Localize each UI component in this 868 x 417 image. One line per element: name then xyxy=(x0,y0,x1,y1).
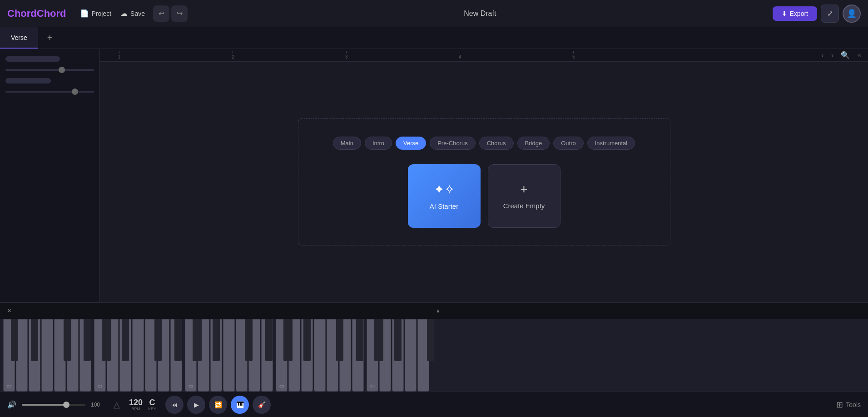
section-chorus[interactable]: Chorus xyxy=(479,137,514,150)
piano-section: × ∨ .octave-container { position: relati… xyxy=(0,302,868,392)
key-fs3[interactable] xyxy=(336,319,343,361)
slider-row-2[interactable] xyxy=(5,91,94,93)
key-cs3[interactable] xyxy=(283,319,291,361)
play-button[interactable]: ▶ xyxy=(187,396,205,414)
skip-back-button[interactable]: ⏮ xyxy=(165,396,184,414)
key-cs2[interactable] xyxy=(193,319,200,361)
zoom-out-button[interactable]: ⊖ xyxy=(854,51,864,59)
section-bridge[interactable]: Bridge xyxy=(517,137,550,150)
transport-buttons: ⏮ ▶ 🔁 🎹 🎸 xyxy=(165,396,271,414)
sparkle-icon: ✦✧ xyxy=(434,182,455,197)
export-icon: ⬇ xyxy=(782,10,787,17)
section-main[interactable]: Main xyxy=(333,137,361,150)
center-area: 1 2 3 4 5 ‹ › 🔍 ⊖ xyxy=(100,49,868,302)
ai-starter-card[interactable]: ✦✧ AI Starter xyxy=(408,164,481,228)
ruler-mark-1: 1 xyxy=(118,51,121,59)
avatar[interactable]: 👤 xyxy=(843,5,861,23)
ruler: 1 2 3 4 5 ‹ › 🔍 ⊖ xyxy=(100,49,868,62)
key-f1[interactable] xyxy=(132,319,144,392)
piano-toolbar: × ∨ xyxy=(0,303,868,319)
key-gs0[interactable] xyxy=(84,319,91,361)
section-prechorus[interactable]: Pre-Chorus xyxy=(430,137,475,150)
track-row-1 xyxy=(5,56,94,62)
ruler-mark-5: 5 xyxy=(572,51,575,59)
section-verse[interactable]: Verse xyxy=(396,137,426,150)
key-value: C xyxy=(149,398,155,407)
key-fs2[interactable] xyxy=(245,319,253,361)
key-f3[interactable] xyxy=(314,319,326,392)
project-icon: 📄 xyxy=(80,9,89,18)
volume-value: 100 xyxy=(91,402,104,408)
tools-button[interactable]: ⊞ Tools xyxy=(836,400,861,410)
volume-thumb[interactable] xyxy=(63,402,69,408)
ruler-mark-4: 4 xyxy=(459,51,461,59)
close-piano-button[interactable]: × xyxy=(7,307,11,315)
piano-keys: .octave-container { position: relative; … xyxy=(0,319,868,392)
section-instrumental[interactable]: Instrumental xyxy=(587,137,635,150)
track-content: Main Intro Verse Pre-Chorus Chorus xyxy=(100,62,868,302)
octave-c4: C4 xyxy=(366,319,430,392)
key-ds3[interactable] xyxy=(303,319,311,361)
track-label-2 xyxy=(5,78,51,83)
key-cs0[interactable] xyxy=(11,319,18,361)
zoom-in-button[interactable]: 🔍 xyxy=(838,50,853,60)
share-icon: ⤢ xyxy=(827,9,833,18)
key-gs1[interactable] xyxy=(174,319,182,361)
tab-verse[interactable]: Verse xyxy=(0,27,38,49)
volume-fill xyxy=(22,404,66,406)
redo-button[interactable]: ↪ xyxy=(171,5,188,22)
create-empty-card[interactable]: + Create Empty xyxy=(488,164,560,228)
slider-thumb-2[interactable] xyxy=(72,88,78,95)
key-gs3[interactable] xyxy=(356,319,363,361)
tools-label: Tools xyxy=(846,401,861,408)
piano-collapse-button[interactable]: ∨ xyxy=(436,308,440,314)
section-labels: Main Intro Verse Pre-Chorus Chorus xyxy=(333,137,635,150)
export-button[interactable]: ⬇ Export xyxy=(773,6,817,21)
left-panel xyxy=(0,49,100,302)
share-button[interactable]: ⤢ xyxy=(821,5,839,23)
save-icon: ☁ xyxy=(120,9,128,18)
volume-icon: 🔊 xyxy=(7,400,16,409)
action-cards: ✦✧ AI Starter + Create Empty xyxy=(408,164,560,228)
save-button[interactable]: ☁ Save xyxy=(116,6,149,20)
key-ds4[interactable] xyxy=(394,319,402,361)
key-f0[interactable] xyxy=(41,319,53,392)
slider-track-2[interactable] xyxy=(5,91,94,93)
bottom-bar: 🔊 100 △ 120 BPM C Key ⏮ ▶ 🔁 🎹 🎸 ⊞ Tools xyxy=(0,392,868,417)
octave-c1: C1 xyxy=(94,319,183,392)
ruler-mark-3: 3 xyxy=(345,51,348,59)
undo-button[interactable]: ↩ xyxy=(153,5,169,22)
tab-add[interactable]: + xyxy=(38,27,62,49)
instrument-button[interactable]: 🎹 xyxy=(231,396,249,414)
slider-thumb-1[interactable] xyxy=(59,67,65,73)
topbar: ChordChord 📄 Project ☁ Save ↩ ↪ New Draf… xyxy=(0,0,868,27)
slider-row-1[interactable] xyxy=(5,69,94,71)
scroll-right-button[interactable]: › xyxy=(828,50,836,60)
key-f2[interactable] xyxy=(223,319,235,392)
key-cs4[interactable] xyxy=(374,319,382,361)
section-outro[interactable]: Outro xyxy=(553,137,584,150)
key-ds1[interactable] xyxy=(122,319,129,361)
key-ds2[interactable] xyxy=(213,319,220,361)
project-button[interactable]: 📄 Project xyxy=(75,6,116,20)
key-fs0[interactable] xyxy=(64,319,71,361)
key-f4[interactable] xyxy=(405,319,417,392)
tools-grid-icon: ⊞ xyxy=(836,400,843,410)
draft-title: New Draft xyxy=(188,10,773,18)
section-intro[interactable]: Intro xyxy=(365,137,392,150)
edit-button[interactable]: 🎸 xyxy=(253,396,271,414)
loop-button[interactable]: 🔁 xyxy=(209,396,227,414)
app-logo: ChordChord xyxy=(7,8,66,20)
key-ds0[interactable] xyxy=(31,319,38,361)
key-fs1[interactable] xyxy=(154,319,162,361)
key-gs2[interactable] xyxy=(265,319,273,361)
slider-track-1[interactable] xyxy=(5,69,94,71)
zoom-controls: ‹ › 🔍 ⊖ xyxy=(815,49,868,61)
key-cs1[interactable] xyxy=(102,319,109,361)
metronome-button[interactable]: △ xyxy=(110,398,124,412)
octave-c3: C3 xyxy=(275,319,364,392)
volume-slider[interactable] xyxy=(22,404,85,406)
bpm-value: 120 xyxy=(129,398,143,407)
scroll-left-button[interactable]: ‹ xyxy=(818,50,826,60)
key-fs4[interactable] xyxy=(427,319,434,361)
